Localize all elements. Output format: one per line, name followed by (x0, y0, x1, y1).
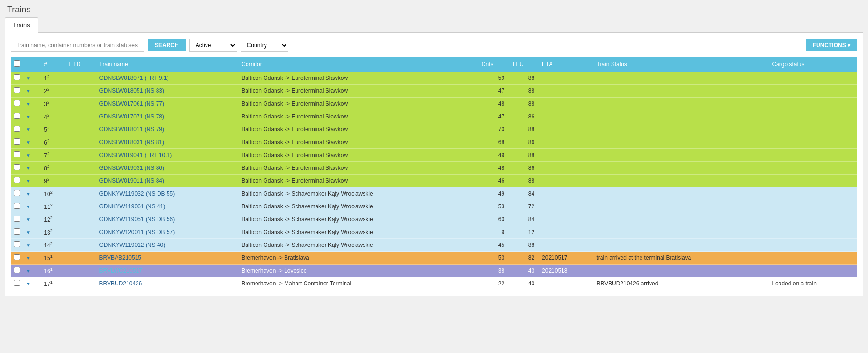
row-expand[interactable]: ▼ (23, 187, 41, 200)
row-cnts: 48 (479, 162, 509, 175)
row-num: 42 (41, 110, 66, 123)
row-checkbox[interactable] (11, 265, 23, 277)
row-expand[interactable]: ▼ (23, 265, 41, 277)
row-trainname[interactable]: GDNKYW120011 (NS DB 57) (97, 226, 239, 239)
row-checkbox[interactable] (11, 213, 23, 226)
row-teu: 72 (509, 200, 539, 213)
row-checkbox[interactable] (11, 149, 23, 162)
row-expand[interactable]: ▼ (23, 162, 41, 175)
row-corridor: Balticon Gdansk -> Schavemaker Kąty Wroc… (238, 187, 479, 200)
col-etd: ETD (67, 57, 97, 72)
row-trainname[interactable]: BRVBAB210515 (97, 252, 239, 265)
row-checkbox[interactable] (11, 239, 23, 252)
row-trainname[interactable]: GDNSLW017071 (NS 78) (97, 110, 239, 123)
row-expand[interactable]: ▼ (23, 110, 41, 123)
row-expand[interactable]: ▼ (23, 98, 41, 110)
row-trainname[interactable]: BRVLWC210517 (97, 265, 239, 277)
table-row: ▼ 102 GDNKYW119032 (NS DB 55) Balticon G… (11, 187, 857, 200)
row-checkbox[interactable] (11, 72, 23, 85)
row-eta (539, 110, 593, 123)
functions-button[interactable]: FUNCTIONS ▾ (806, 39, 857, 51)
row-expand[interactable]: ▼ (23, 149, 41, 162)
row-num: 82 (41, 162, 66, 175)
row-trainname[interactable]: GDNSLW019041 (TRT 10.1) (97, 149, 239, 162)
row-trainstatus: train arrived at the terminal Bratislava (594, 252, 769, 265)
row-num: 92 (41, 175, 66, 187)
row-expand[interactable]: ▼ (23, 252, 41, 265)
row-corridor: Bremerhaven -> Lovosice (238, 265, 479, 277)
row-etd (67, 136, 97, 149)
row-corridor: Balticon Gdansk -> Euroterminal Sławkow (238, 85, 479, 98)
row-trainname[interactable]: GDNSLW017061 (NS 77) (97, 98, 239, 110)
row-eta (539, 85, 593, 98)
row-trainname[interactable]: GDNSLW018031 (NS 81) (97, 136, 239, 149)
row-checkbox[interactable] (11, 123, 23, 136)
row-checkbox[interactable] (11, 200, 23, 213)
row-checkbox[interactable] (11, 162, 23, 175)
row-expand[interactable]: ▼ (23, 123, 41, 136)
row-etd (67, 85, 97, 98)
row-eta (539, 213, 593, 226)
row-checkbox[interactable] (11, 226, 23, 239)
row-num: 62 (41, 136, 66, 149)
active-filter[interactable]: ActiveInactiveAll (189, 39, 237, 52)
row-trainname[interactable]: BRVBUD210426 (97, 277, 239, 290)
row-expand[interactable]: ▼ (23, 277, 41, 290)
row-expand[interactable]: ▼ (23, 200, 41, 213)
row-checkbox[interactable] (11, 110, 23, 123)
row-expand[interactable]: ▼ (23, 136, 41, 149)
row-checkbox[interactable] (11, 252, 23, 265)
row-corridor: Balticon Gdansk -> Euroterminal Sławkow (238, 72, 479, 85)
row-checkbox[interactable] (11, 277, 23, 290)
row-cargostatus (769, 162, 857, 175)
row-trainname[interactable]: GDNKYW119012 (NS 40) (97, 239, 239, 252)
row-expand[interactable]: ▼ (23, 85, 41, 98)
row-trainname[interactable]: GDNSLW018051 (NS 83) (97, 85, 239, 98)
row-eta: 20210518 (539, 265, 593, 277)
row-teu: 84 (509, 213, 539, 226)
table-row: ▼ 161 BRVLWC210517 Bremerhaven -> Lovosi… (11, 265, 857, 277)
row-etd (67, 239, 97, 252)
row-trainname[interactable]: GDNSLW019011 (NS 84) (97, 175, 239, 187)
row-cargostatus (769, 72, 857, 85)
row-trainname[interactable]: GDNSLW019031 (NS 86) (97, 162, 239, 175)
row-eta (539, 200, 593, 213)
row-etd (67, 162, 97, 175)
row-trainname[interactable]: GDNKYW119032 (NS DB 55) (97, 187, 239, 200)
row-checkbox[interactable] (11, 85, 23, 98)
row-num: 102 (41, 187, 66, 200)
row-trainname[interactable]: GDNSLW018071 (TRT 9.1) (97, 72, 239, 85)
col-teu: TEU (509, 57, 539, 72)
row-teu: 88 (509, 123, 539, 136)
search-button[interactable]: SEARCH (148, 39, 186, 51)
row-trainname[interactable]: GDNKYW119051 (NS DB 56) (97, 213, 239, 226)
row-etd (67, 175, 97, 187)
row-checkbox[interactable] (11, 175, 23, 187)
select-all-checkbox[interactable] (14, 60, 20, 67)
table-row: ▼ 62 GDNSLW018031 (NS 81) Balticon Gdans… (11, 136, 857, 149)
row-cargostatus (769, 175, 857, 187)
row-expand[interactable]: ▼ (23, 239, 41, 252)
row-expand[interactable]: ▼ (23, 175, 41, 187)
search-input[interactable] (11, 39, 144, 52)
row-eta (539, 72, 593, 85)
row-trainstatus (594, 213, 769, 226)
row-expand[interactable]: ▼ (23, 72, 41, 85)
row-cnts: 22 (479, 277, 509, 290)
row-expand[interactable]: ▼ (23, 226, 41, 239)
row-eta (539, 175, 593, 187)
row-cnts: 9 (479, 226, 509, 239)
row-trainname[interactable]: GDNKYW119061 (NS 41) (97, 200, 239, 213)
row-expand[interactable]: ▼ (23, 213, 41, 226)
country-filter[interactable]: CountryPolandGermanySlovakia (241, 39, 288, 52)
row-eta: 20210517 (539, 252, 593, 265)
row-checkbox[interactable] (11, 136, 23, 149)
trains-table: # ETD Train name Corridor Cnts TEU ETA T… (11, 57, 857, 290)
row-cnts: 49 (479, 187, 509, 200)
row-checkbox[interactable] (11, 98, 23, 110)
row-trainname[interactable]: GDNSLW018011 (NS 79) (97, 123, 239, 136)
row-checkbox[interactable] (11, 187, 23, 200)
tab-trains[interactable]: Trains (5, 17, 38, 33)
row-trainstatus (594, 123, 769, 136)
table-body: ▼ 12 GDNSLW018071 (TRT 9.1) Balticon Gda… (11, 72, 857, 290)
